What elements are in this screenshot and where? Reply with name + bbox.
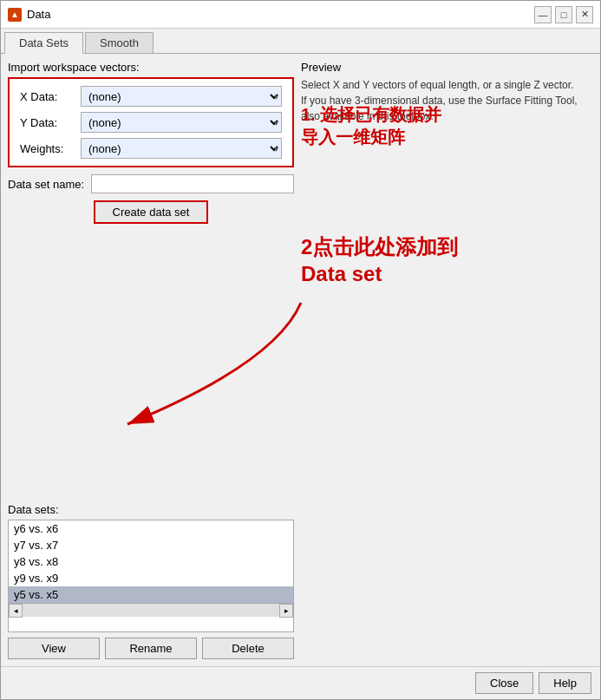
tab-data-sets[interactable]: Data Sets: [4, 32, 83, 54]
list-item[interactable]: y8 vs. x8: [9, 553, 293, 570]
tab-smooth[interactable]: Smooth: [85, 32, 154, 53]
main-content: Import workspace vectors: X Data: (none)…: [1, 54, 600, 666]
maximize-button[interactable]: □: [555, 6, 572, 23]
main-window: ▲ Data — □ ✕ Data Sets Smooth Import wor…: [0, 0, 601, 700]
y-data-select[interactable]: (none): [81, 112, 282, 133]
preview-title: Preview: [301, 61, 593, 74]
annotation-overlay: 1. 选择已有数据并导入一维矩阵 2点击此处添加到Data set: [301, 77, 593, 659]
datasets-list[interactable]: y6 vs. x6 y7 vs. x7 y8 vs. x8 y9 vs. x9 …: [8, 520, 294, 632]
bottom-bar: Close Help: [1, 666, 600, 699]
y-data-row: Y Data: (none): [20, 112, 282, 133]
left-panel: Import workspace vectors: X Data: (none)…: [8, 61, 294, 659]
arrow-area: [8, 231, 294, 496]
action-buttons: View Rename Delete: [8, 638, 294, 659]
x-data-label: X Data:: [20, 90, 81, 103]
title-controls: — □ ✕: [534, 6, 593, 23]
weights-select-wrapper: (none): [81, 138, 282, 159]
horizontal-scrollbar[interactable]: ◂ ▸: [9, 603, 293, 617]
preview-base-text: Select X and Y vectors of equal length, …: [301, 77, 593, 124]
title-bar: ▲ Data — □ ✕: [1, 1, 600, 29]
weights-row: Weights: (none): [20, 138, 282, 159]
scroll-left-button[interactable]: ◂: [9, 604, 23, 618]
weights-label: Weights:: [20, 142, 81, 155]
create-dataset-button[interactable]: Create data set: [94, 200, 209, 224]
help-button[interactable]: Help: [539, 672, 591, 694]
y-data-select-wrapper: (none): [81, 112, 282, 133]
weights-select[interactable]: (none): [81, 138, 282, 159]
dataset-name-input[interactable]: [91, 174, 294, 193]
dataset-name-section: Data set name:: [8, 174, 294, 193]
right-panel: Preview Select X and Y vectors of equal …: [301, 61, 593, 659]
import-label: Import workspace vectors:: [8, 61, 294, 74]
list-item[interactable]: y7 vs. x7: [9, 537, 293, 553]
rename-button[interactable]: Rename: [105, 638, 197, 659]
preview-content: Select X and Y vectors of equal length, …: [301, 77, 593, 659]
scroll-track[interactable]: [23, 604, 279, 617]
annotation-text-2: 2点击此处添加到Data set: [301, 233, 458, 287]
create-btn-wrapper: Create data set: [8, 200, 294, 224]
list-item-selected[interactable]: y5 vs. x5: [9, 586, 293, 603]
close-button[interactable]: Close: [475, 672, 533, 694]
list-item[interactable]: y6 vs. x6: [9, 520, 293, 537]
delete-button[interactable]: Delete: [202, 638, 294, 659]
x-data-select[interactable]: (none): [81, 86, 282, 107]
list-item[interactable]: y9 vs. x9: [9, 570, 293, 586]
x-data-row: X Data: (none): [20, 86, 282, 107]
close-window-button[interactable]: ✕: [576, 6, 593, 23]
window-title: Data: [27, 8, 50, 21]
dataset-name-label: Data set name:: [8, 178, 84, 191]
import-section: Import workspace vectors: X Data: (none)…: [8, 61, 294, 167]
app-icon: ▲: [8, 8, 22, 22]
x-data-select-wrapper: (none): [81, 86, 282, 107]
y-data-label: Y Data:: [20, 116, 81, 129]
view-button[interactable]: View: [8, 638, 100, 659]
title-bar-left: ▲ Data: [8, 8, 50, 22]
tab-bar: Data Sets Smooth: [1, 29, 600, 54]
scroll-right-button[interactable]: ▸: [279, 604, 293, 618]
datasets-label: Data sets:: [8, 503, 294, 516]
datasets-section: Data sets: y6 vs. x6 y7 vs. x7 y8 vs. x8…: [8, 503, 294, 659]
minimize-button[interactable]: —: [534, 6, 552, 23]
import-box: X Data: (none) Y Data: (none): [8, 77, 294, 167]
